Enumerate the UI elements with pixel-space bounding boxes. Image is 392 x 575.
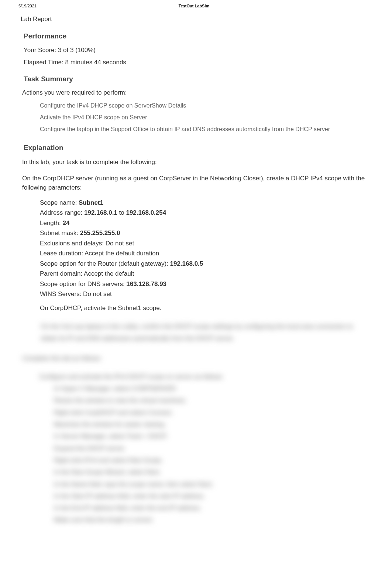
list-item: Address range: 192.168.0.1 to 192.168.0.…: [30, 208, 374, 218]
header-spacer: [351, 3, 374, 9]
hidden-bullet: On the Gst-Lap laptop in the Lobby, conf…: [22, 320, 370, 345]
score-line: Your Score: 3 of 3 (100%): [18, 44, 374, 57]
list-item: Scope option for DNS servers: 163.128.78…: [30, 279, 374, 289]
hidden-step: In the Start IP address field, enter the…: [39, 490, 370, 502]
hidden-step: In Server Manager, select Tools > DHCP.: [39, 431, 370, 442]
list-item: Subnet mask: 255.255.255.0: [30, 228, 374, 238]
activate-list: On CorpDHCP, activate the Subnet1 scope.: [18, 303, 374, 317]
hidden-content: On the Gst-Lap laptop in the Lobby, conf…: [18, 317, 374, 530]
param-value: 163.128.78.93: [126, 280, 166, 288]
param-label: Scope option for DNS servers:: [40, 280, 126, 288]
elapsed-line: Elapsed Time: 8 minutes 44 seconds: [18, 56, 374, 69]
actions-intro: Actions you were required to perform:: [18, 86, 374, 99]
param-label: Scope name:: [40, 199, 79, 206]
hidden-step: In the Name field, type the scope name; …: [39, 479, 370, 490]
explanation-heading: Explanation: [18, 137, 374, 156]
param-value: 192.168.0.254: [126, 209, 166, 216]
action-item: Configure the laptop in the Support Offi…: [26, 123, 374, 135]
param-to: to: [117, 209, 126, 216]
list-item: On CorpDHCP, activate the Subnet1 scope.: [30, 303, 374, 313]
hidden-step: Make sure that the length is correct.: [39, 514, 370, 526]
list-item: WINS Servers: Do not set: [30, 289, 374, 299]
page-header: 5/19/2021 TestOut LabSim: [0, 0, 392, 11]
list-item: Scope option for the Router (default gat…: [30, 259, 374, 269]
elapsed-label: Elapsed Time:: [24, 59, 65, 66]
hidden-step: In the End IP address field, enter the e…: [39, 502, 370, 514]
action-item: Activate the IPv4 DHCP scope on Server: [26, 112, 374, 123]
action-list: Configure the IPv4 DHCP scope on ServerS…: [18, 99, 374, 137]
param-label: Scope option for the Router (default gat…: [40, 260, 170, 267]
list-item: Lease duration: Accept the default durat…: [30, 248, 374, 259]
explanation-intro: In this lab, your task is to complete th…: [18, 155, 374, 173]
hidden-intro: Complete this lab as follows:: [22, 345, 370, 371]
hidden-step: In Hyper-V Manager, select CORPSERVER.: [39, 383, 370, 395]
hidden-step: In the New Scope Wizard, select Next.: [39, 466, 370, 478]
hidden-step: Configure and activate the IPv4 DHCP sco…: [39, 371, 370, 383]
hidden-step: Resize the window to view the virtual ma…: [39, 395, 370, 406]
hidden-step: Right-click IPv4 and select New Scope.: [39, 455, 370, 466]
param-value: 24: [62, 220, 69, 227]
param-value: Subnet1: [79, 199, 103, 206]
score-value: 3 of 3 (100%): [58, 47, 96, 54]
hidden-steps: Configure and activate the IPv4 DHCP sco…: [22, 371, 370, 526]
param-label: Length:: [40, 220, 62, 227]
hidden-step: Right-click CorpDHCP and select Connect.: [39, 407, 370, 419]
list-item: Parent domain: Accept the default: [30, 269, 374, 279]
performance-heading: Performance: [18, 26, 374, 44]
list-item: Length: 24: [30, 218, 374, 228]
param-label: Subnet mask:: [40, 229, 80, 237]
param-value: 255.255.255.0: [80, 229, 120, 237]
header-date: 5/19/2021: [18, 3, 37, 9]
task-summary-heading: Task Summary: [18, 69, 374, 87]
hidden-step: Expand the DHCP server.: [39, 443, 370, 455]
hidden-step: Maximize the window for easier viewing.: [39, 419, 370, 431]
header-product: TestOut LabSim: [179, 3, 210, 9]
action-item: Configure the IPv4 DHCP scope on ServerS…: [26, 100, 374, 112]
report-content: Lab Report Performance Your Score: 3 of …: [0, 11, 392, 545]
list-item: Scope name: Subnet1: [30, 198, 374, 208]
elapsed-value: 8 minutes 44 seconds: [65, 59, 126, 66]
scope-params-list: Scope name: Subnet1 Address range: 192.1…: [18, 198, 374, 303]
list-item: Exclusions and delays: Do not set: [30, 238, 374, 249]
param-value: 192.168.0.5: [170, 260, 203, 267]
param-label: Address range:: [40, 209, 84, 216]
score-label: Your Score:: [24, 47, 58, 54]
explanation-para: On the CorpDHCP server (running as a gue…: [18, 173, 374, 198]
report-title: Lab Report: [18, 11, 374, 26]
param-value: 192.168.0.1: [84, 209, 117, 216]
